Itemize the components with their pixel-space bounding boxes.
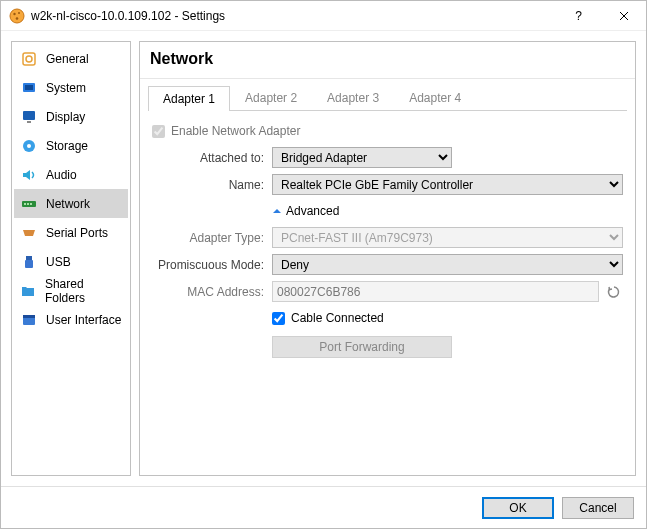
svg-rect-15 <box>30 203 32 205</box>
audio-icon <box>20 166 38 184</box>
adapter-form: Enable Network Adapter Attached to: Brid… <box>140 111 635 362</box>
main-panel: Network Adapter 1 Adapter 2 Adapter 3 Ad… <box>139 41 636 476</box>
enable-adapter-label: Enable Network Adapter <box>171 124 300 138</box>
display-icon <box>20 108 38 126</box>
sidebar-item-user-interface[interactable]: User Interface <box>14 305 128 334</box>
name-select[interactable]: Realtek PCIe GbE Family Controller <box>272 174 623 195</box>
svg-rect-17 <box>25 260 33 268</box>
serial-ports-icon <box>20 224 38 242</box>
svg-point-0 <box>10 9 24 23</box>
svg-rect-7 <box>25 85 33 90</box>
svg-point-11 <box>27 144 31 148</box>
sidebar-item-system[interactable]: System <box>14 73 128 102</box>
close-button[interactable] <box>601 1 646 30</box>
refresh-icon <box>607 285 621 299</box>
svg-rect-4 <box>23 53 35 65</box>
content: General System Display Storage Audio Net… <box>1 31 646 486</box>
mac-refresh-button[interactable] <box>605 283 623 301</box>
promiscuous-label: Promiscuous Mode: <box>152 258 272 272</box>
window-title: w2k-nl-cisco-10.0.109.102 - Settings <box>31 9 556 23</box>
chevron-down-icon <box>272 206 282 216</box>
adapter-type-label: Adapter Type: <box>152 231 272 245</box>
svg-rect-14 <box>27 203 29 205</box>
attached-to-label: Attached to: <box>152 151 272 165</box>
svg-rect-16 <box>26 256 32 260</box>
tab-adapter-1[interactable]: Adapter 1 <box>148 86 230 111</box>
sidebar-item-label: USB <box>46 255 71 269</box>
app-icon <box>9 8 25 24</box>
mac-address-label: MAC Address: <box>152 285 272 299</box>
adapter-tabs: Adapter 1 Adapter 2 Adapter 3 Adapter 4 <box>148 85 627 111</box>
sidebar-item-label: Audio <box>46 168 77 182</box>
svg-rect-13 <box>24 203 26 205</box>
cable-connected-label: Cable Connected <box>291 311 384 325</box>
tab-adapter-4[interactable]: Adapter 4 <box>394 85 476 110</box>
svg-point-3 <box>16 17 19 20</box>
storage-icon <box>20 137 38 155</box>
attached-to-select[interactable]: Bridged Adapter <box>272 147 452 168</box>
tab-adapter-3[interactable]: Adapter 3 <box>312 85 394 110</box>
shared-folders-icon <box>20 282 37 300</box>
enable-adapter-checkbox: Enable Network Adapter <box>152 124 300 138</box>
svg-rect-9 <box>27 121 31 123</box>
svg-point-1 <box>13 12 15 14</box>
sidebar-item-serial-ports[interactable]: Serial Ports <box>14 218 128 247</box>
svg-point-2 <box>18 12 20 14</box>
general-icon <box>20 50 38 68</box>
help-button[interactable]: ? <box>556 1 601 30</box>
tab-adapter-2[interactable]: Adapter 2 <box>230 85 312 110</box>
ok-button[interactable]: OK <box>482 497 554 519</box>
footer: OK Cancel <box>1 486 646 528</box>
usb-icon <box>20 253 38 271</box>
sidebar-item-label: Display <box>46 110 85 124</box>
sidebar-item-label: Storage <box>46 139 88 153</box>
mac-address-input <box>272 281 599 302</box>
cable-connected-input[interactable] <box>272 312 285 325</box>
user-interface-icon <box>20 311 38 329</box>
adapter-type-select: PCnet-FAST III (Am79C973) <box>272 227 623 248</box>
sidebar-item-display[interactable]: Display <box>14 102 128 131</box>
sidebar-item-label: Serial Ports <box>46 226 108 240</box>
sidebar-item-network[interactable]: Network <box>14 189 128 218</box>
titlebar: w2k-nl-cisco-10.0.109.102 - Settings ? <box>1 1 646 31</box>
sidebar-item-label: System <box>46 81 86 95</box>
sidebar-item-shared-folders[interactable]: Shared Folders <box>14 276 128 305</box>
cable-connected-checkbox[interactable]: Cable Connected <box>272 311 384 325</box>
sidebar: General System Display Storage Audio Net… <box>11 41 131 476</box>
advanced-label: Advanced <box>286 204 339 218</box>
svg-rect-8 <box>23 111 35 120</box>
sidebar-item-usb[interactable]: USB <box>14 247 128 276</box>
sidebar-item-label: General <box>46 52 89 66</box>
advanced-toggle[interactable]: Advanced <box>272 204 623 218</box>
sidebar-item-audio[interactable]: Audio <box>14 160 128 189</box>
port-forwarding-button: Port Forwarding <box>272 336 452 358</box>
sidebar-item-label: Network <box>46 197 90 211</box>
sidebar-item-label: Shared Folders <box>45 277 122 305</box>
svg-rect-19 <box>23 315 35 318</box>
name-label: Name: <box>152 178 272 192</box>
sidebar-item-general[interactable]: General <box>14 44 128 73</box>
system-icon <box>20 79 38 97</box>
cancel-button[interactable]: Cancel <box>562 497 634 519</box>
page-title: Network <box>140 42 635 79</box>
sidebar-item-storage[interactable]: Storage <box>14 131 128 160</box>
enable-adapter-input <box>152 125 165 138</box>
sidebar-item-label: User Interface <box>46 313 121 327</box>
network-icon <box>20 195 38 213</box>
promiscuous-select[interactable]: Deny <box>272 254 623 275</box>
